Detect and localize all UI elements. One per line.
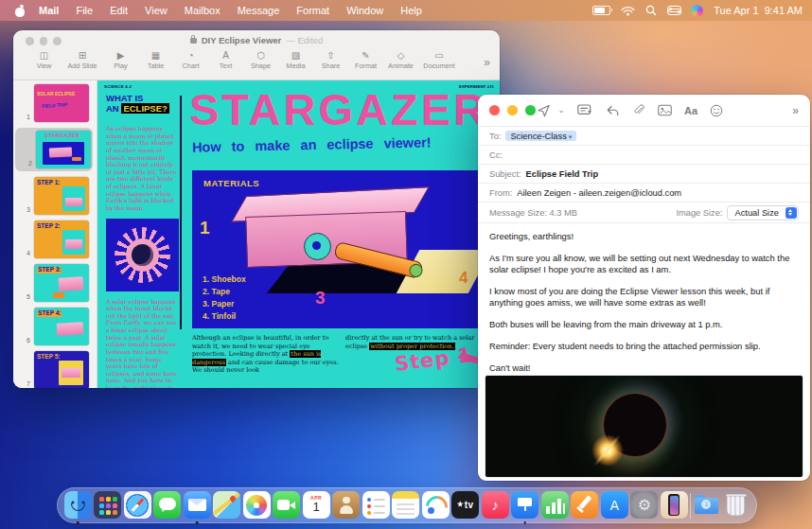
dock-launchpad-icon[interactable] <box>94 491 122 520</box>
reply-indent-icon[interactable] <box>606 102 620 119</box>
menu-bar-clock[interactable]: Tue Apr 1 9:41 AM <box>714 5 803 16</box>
slide-canvas[interactable]: SCIENCE 4.2 EXPERIMENT #11 WHAT IS AN EC… <box>97 80 500 388</box>
format-button[interactable]: ✎Format <box>348 50 383 70</box>
text-button[interactable]: AText <box>208 50 243 70</box>
body-paragraph: I know most of you are doing the Eclipse… <box>489 286 799 309</box>
body-paragraph: Can't wait! <box>489 362 799 374</box>
dock-messages-icon[interactable] <box>153 491 182 520</box>
slide-thumbnail-6[interactable]: 6 STEP 4: <box>13 308 97 345</box>
apple-menu-icon[interactable] <box>15 5 26 17</box>
dock-apple-tv-icon[interactable]: tv <box>451 491 480 520</box>
mail-window-controls[interactable] <box>489 105 536 115</box>
keynote-window-controls[interactable] <box>26 37 62 45</box>
dock-pages-icon[interactable] <box>571 491 599 520</box>
table-icon: ▦ <box>138 50 173 62</box>
slide-thumbnail-4[interactable]: 4 STEP 2: <box>13 220 97 258</box>
dock-numbers-icon[interactable] <box>540 491 569 520</box>
slide-thumbnail-1[interactable]: 1 SOLAR ECLIPSE FIELD TRIP <box>13 84 97 122</box>
play-icon: ▶ <box>103 50 138 62</box>
toolbar-overflow-icon[interactable]: » <box>484 56 490 69</box>
materials-heading: MATERIALS <box>203 178 259 188</box>
send-options-chevron-icon[interactable]: ⌄ <box>557 102 565 119</box>
keynote-toolbar: ◫View ⊞Add Slide ▶Play ▦Table ◔Chart ATe… <box>13 50 500 80</box>
dock-downloads-icon[interactable]: ↓ <box>692 491 720 520</box>
animate-button[interactable]: ◇Animate <box>383 50 418 70</box>
dock-calendar-icon[interactable]: APR1 <box>302 491 330 520</box>
chart-icon: ◔ <box>173 50 208 62</box>
header-fields-button[interactable] <box>577 102 593 119</box>
image-size-select[interactable]: Actual Size <box>727 205 799 220</box>
menu-item-app-name[interactable]: Mail <box>39 5 59 16</box>
dock-notes-icon[interactable] <box>392 491 420 520</box>
table-button[interactable]: ▦Table <box>138 50 173 70</box>
dock-photos-icon[interactable] <box>242 491 271 520</box>
cc-field[interactable]: Cc: <box>478 145 810 164</box>
menu-item-view[interactable]: View <box>145 5 168 16</box>
dock-safari-icon[interactable] <box>123 491 151 520</box>
emoji-button[interactable] <box>710 102 723 119</box>
eclipse-photo-attachment[interactable] <box>485 376 803 477</box>
shape-button[interactable]: ⬡Shape <box>243 50 278 70</box>
control-center-icon[interactable] <box>667 6 680 15</box>
dock-facetime-icon[interactable] <box>273 491 301 520</box>
dock-iphone-mirroring-icon[interactable] <box>660 491 688 520</box>
dock-contacts-icon[interactable] <box>332 491 361 520</box>
media-button[interactable]: ▨Media <box>278 50 313 70</box>
menu-item-file[interactable]: File <box>76 5 93 16</box>
dock-music-icon[interactable]: ♪ <box>481 491 509 520</box>
insert-photo-button[interactable] <box>658 102 672 119</box>
add-slide-button[interactable]: ⊞Add Slide <box>62 50 103 70</box>
slide-thumbnail-5[interactable]: 5 STEP 3: <box>13 264 97 302</box>
slide-paragraph-solar: A solar eclipse happens when the moon bl… <box>106 298 179 389</box>
sun-eclipse-illustration <box>106 219 179 291</box>
keynote-title-bar[interactable]: DIY Eclipse Viewer — Edited <box>13 30 500 50</box>
dock-separator <box>690 493 691 519</box>
subject-field[interactable]: Subject: Eclipse Field Trip <box>478 164 810 183</box>
send-button[interactable] <box>537 102 551 119</box>
slide-subtitle: How to make an eclipse viewer! <box>192 134 432 154</box>
siri-icon[interactable] <box>691 5 703 17</box>
text-icon: A <box>208 50 243 62</box>
dock-app-store-icon[interactable]: A <box>600 491 628 520</box>
dock-keynote-icon[interactable] <box>511 491 539 520</box>
tape-dispenser <box>304 233 331 260</box>
share-icon: ⇧ <box>313 50 348 62</box>
dock-maps-icon[interactable] <box>213 491 241 520</box>
size-row: Message Size: 4.3 MB Image Size: Actual … <box>478 202 810 222</box>
format-text-button[interactable]: Aa <box>684 102 697 119</box>
desktop: Mail File Edit View Mailbox Message Form… <box>0 0 812 529</box>
document-button[interactable]: ▭Document <box>418 50 460 70</box>
dock-trash-icon[interactable] <box>722 491 750 520</box>
play-button[interactable]: ▶Play <box>103 50 138 70</box>
recipient-token[interactable]: Science-Class▾ <box>505 131 576 141</box>
menu-item-format[interactable]: Format <box>296 5 329 16</box>
menu-item-edit[interactable]: Edit <box>110 5 128 16</box>
share-button[interactable]: ⇧Share <box>313 50 348 70</box>
slide-thumbnail-7[interactable]: 7 STEP 5: <box>13 351 97 388</box>
view-button[interactable]: ◫View <box>26 50 62 70</box>
mail-toolbar-overflow-icon[interactable]: » <box>792 104 799 117</box>
wifi-icon[interactable] <box>621 6 635 16</box>
to-field[interactable]: To: Science-Class▾ <box>478 126 810 145</box>
dock-freeform-icon[interactable] <box>421 491 450 520</box>
mail-compose-window: ⌄ Aa » To: Science-Class▾ Cc: <box>478 95 810 481</box>
menu-item-message[interactable]: Message <box>238 5 280 16</box>
chart-button[interactable]: ◔Chart <box>173 50 208 70</box>
battery-icon[interactable] <box>592 6 610 15</box>
menu-item-mailbox[interactable]: Mailbox <box>185 5 221 16</box>
menu-item-window[interactable]: Window <box>346 5 383 16</box>
dock-reminders-icon[interactable] <box>362 491 390 520</box>
from-field[interactable]: From: Aileen Zeigen - aileen.zeigen@iclo… <box>478 183 810 202</box>
slide-thumbnail-3[interactable]: 3 STEP 1: <box>13 177 97 215</box>
spotlight-search-icon[interactable] <box>645 5 657 16</box>
materials-box: MATERIALS 1 3 4 1. Shoebox 2. Tape 3. Pa… <box>192 170 485 328</box>
dock-system-settings-icon[interactable]: ⚙ <box>630 491 659 520</box>
add-slide-icon: ⊞ <box>62 50 103 62</box>
slide-thumbnail-2-selected[interactable]: 2 STARGAZER <box>15 128 93 171</box>
attachment-paperclip-icon[interactable] <box>632 102 645 119</box>
dock-mail-icon[interactable] <box>183 491 211 520</box>
menu-item-help[interactable]: Help <box>400 5 422 16</box>
dock: APR1 tv ♪ A ⚙ ↓ <box>57 487 757 523</box>
dock-finder-icon[interactable] <box>63 491 92 520</box>
keynote-edited-label: — Edited <box>286 35 323 45</box>
